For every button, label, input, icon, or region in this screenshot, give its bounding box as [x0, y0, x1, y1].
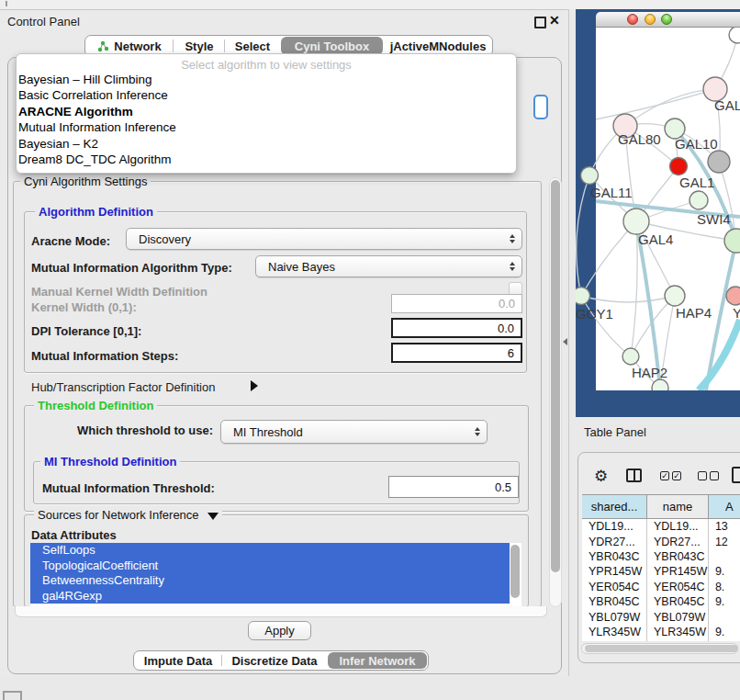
close-panel-icon[interactable]: ✕ [549, 13, 560, 28]
network-node-hap2[interactable] [622, 348, 639, 365]
apply-button[interactable]: Apply [248, 621, 311, 640]
data-attribute-item[interactable]: BetweennessCentrality [30, 573, 510, 589]
table-cell[interactable]: YBR045C [582, 594, 646, 609]
table-cell[interactable]: YLR345W [582, 625, 646, 639]
deselect-all-icon[interactable] [698, 471, 719, 480]
table-cell[interactable]: YDR27... [646, 534, 708, 548]
node-attribute-table[interactable]: shared...nameAYDL19...YDL19...13YDR27...… [582, 494, 740, 641]
network-node-gcy1[interactable] [576, 288, 590, 305]
table-cell[interactable]: YBR045C [646, 594, 708, 609]
network-node[interactable] [729, 28, 740, 43]
table-row[interactable]: YLL052CYLL052C9. [582, 639, 740, 641]
table-column-header[interactable]: A [708, 495, 740, 519]
table-cell[interactable]: YBR043C [582, 549, 646, 564]
float-window-icon[interactable] [534, 17, 546, 28]
table-cell[interactable] [708, 609, 740, 624]
table-row[interactable]: YPR145WYPR145W9. [582, 564, 740, 579]
table-cell[interactable]: 9. [708, 594, 740, 609]
table-column-header[interactable]: shared... [582, 495, 646, 519]
network-canvas[interactable]: GALGAL80GAL10GAL1GAL11SWI4GAL4GCY1HAP4YH… [576, 28, 740, 390]
data-attribute-item[interactable]: TopologicalCoefficient [30, 559, 510, 574]
tab-impute-data[interactable]: Impute Data [134, 651, 222, 670]
aracne-mode-value: Discovery [139, 232, 191, 246]
algorithm-popup-item[interactable]: Dream8 DC_TDC Algorithm [17, 152, 516, 167]
kernel-width-field[interactable]: 0.0 [391, 294, 522, 313]
table-cell[interactable]: YPR145W [646, 564, 708, 579]
table-cell[interactable]: YLL052C [582, 639, 646, 641]
table-row[interactable]: YER054CYER054C8. [582, 580, 740, 594]
table-cell[interactable]: YDR27... [582, 534, 646, 548]
table-row[interactable]: YDL19...YDL19...13 [582, 519, 740, 535]
table-cell[interactable]: 8. [708, 580, 740, 594]
column-layout-icon[interactable] [626, 469, 642, 482]
table-cell[interactable]: YBR043C [646, 549, 708, 564]
table-hscrollbar-thumb[interactable] [585, 645, 738, 652]
table-cell[interactable]: YDL19... [582, 519, 646, 535]
settings-scrollbar-thumb[interactable] [551, 180, 560, 572]
table-cell[interactable]: 9. [708, 639, 740, 641]
data-attributes-list[interactable]: SelfLoopsTopologicalCoefficientBetweenne… [30, 543, 521, 608]
table-cell[interactable]: YPR145W [582, 564, 646, 579]
algorithm-popup-item[interactable]: Basic Correlation Inference [17, 87, 516, 103]
tab-cyni-toolbox[interactable]: Cyni Toolbox [281, 37, 383, 55]
table-cell[interactable]: YER054C [646, 580, 708, 594]
table-cell[interactable]: YBL079W [582, 609, 646, 624]
table-row[interactable]: YBL079WYBL079W [582, 609, 740, 624]
network-node[interactable] [652, 379, 668, 390]
network-node-hap4[interactable] [665, 286, 685, 306]
document-icon[interactable] [732, 467, 740, 483]
minimize-traffic-light-icon[interactable] [645, 14, 656, 25]
network-window-titlebar[interactable] [596, 12, 740, 28]
table-settings-gear-icon[interactable]: ⚙ [594, 469, 608, 485]
table-cell[interactable]: YBL079W [646, 609, 708, 624]
table-column-header[interactable]: name [646, 495, 708, 519]
network-node[interactable] [690, 191, 708, 209]
table-row[interactable]: YDR27...YDR27...12 [582, 534, 740, 548]
dpi-tolerance-label: DPI Tolerance [0,1]: [31, 324, 141, 338]
mi-type-combo[interactable]: Naive Bayes [255, 255, 522, 277]
select-all-icon[interactable]: ✓✓ [660, 471, 681, 480]
table-cell[interactable]: YDL19... [646, 519, 708, 535]
splitter-tick[interactable] [6, 1, 7, 6]
dpi-tolerance-field[interactable]: 0.0 [391, 318, 522, 338]
network-node-gal4[interactable] [623, 209, 649, 234]
expander-right-icon[interactable] [251, 380, 258, 391]
data-attribute-item[interactable]: gal4RGexp [30, 589, 510, 604]
table-row[interactable]: YBR045CYBR045C9. [582, 594, 740, 609]
attr-list-scrollbar[interactable] [510, 545, 520, 598]
table-cell[interactable]: YER054C [582, 580, 646, 594]
table-cell[interactable]: YLR345W [646, 625, 708, 639]
tab-discretize-data[interactable]: Discretize Data [222, 651, 327, 670]
collapse-splitter-icon[interactable] [563, 338, 567, 345]
which-threshold-combo[interactable]: MI Threshold [220, 420, 488, 444]
algorithm-popup-item[interactable]: Mutual Information Inference [17, 119, 516, 135]
table-row[interactable]: YBR043CYBR043C [582, 549, 740, 564]
table-cell[interactable]: YLL052C [646, 639, 708, 641]
table-cell[interactable]: 9. [708, 625, 740, 639]
data-attributes-label: Data Attributes [31, 528, 117, 542]
table-cell[interactable]: 12 [708, 534, 740, 548]
data-attribute-item[interactable]: SelfLoops [30, 543, 510, 559]
network-node-y[interactable] [726, 287, 740, 305]
collapsed-panel-square[interactable] [3, 691, 22, 700]
table-row[interactable]: YLR345WYLR345W9. [582, 625, 740, 639]
network-node[interactable] [708, 151, 730, 173]
algorithm-combo-focus-edge[interactable] [533, 95, 548, 119]
table-cell[interactable] [708, 549, 740, 564]
network-node-gal11[interactable] [581, 167, 599, 185]
algorithm-popup-item[interactable]: Bayesian – Hill Climbing [17, 72, 516, 87]
zoom-traffic-light-icon[interactable] [661, 14, 672, 25]
algorithm-popup-item[interactable]: ARACNE Algorithm [17, 104, 516, 119]
close-traffic-light-icon[interactable] [627, 14, 638, 25]
algorithm-popup-item[interactable]: Bayesian – K2 [17, 136, 516, 152]
hub-expander-label[interactable]: Hub/Transcription Factor Definition [31, 380, 215, 394]
mi-threshold-field[interactable]: 0.5 [388, 476, 519, 498]
network-node-gal1[interactable] [670, 158, 688, 175]
sources-legend[interactable]: Sources for Network Inference [34, 508, 222, 522]
aracne-mode-combo[interactable]: Discovery [126, 228, 522, 250]
settings-scrollbar-track[interactable] [549, 177, 562, 607]
table-cell[interactable]: 9. [708, 564, 740, 579]
mi-steps-field[interactable]: 6 [391, 343, 522, 363]
table-cell[interactable]: 13 [708, 519, 740, 535]
tab-infer-network[interactable]: Infer Network [328, 652, 427, 669]
